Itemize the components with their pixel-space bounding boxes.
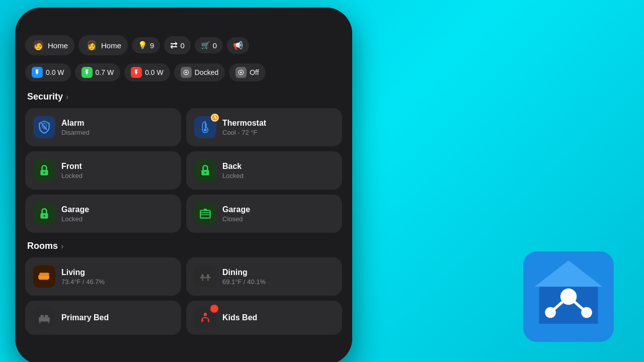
svg-point-5 [204, 129, 206, 131]
front-lock-title: Front [61, 162, 83, 171]
nav-network[interactable]: ⇄ 0 [164, 36, 190, 54]
alarm-subtitle: Disarmed [61, 129, 90, 136]
security-chevron-icon: › [66, 93, 68, 102]
status-item-s2[interactable]: 0.7 W [75, 63, 121, 81]
phone-screen: 🧑 Home 👩 Home 💡 9 ⇄ 0 🛒 0 [15, 8, 352, 362]
nav-user2[interactable]: 👩 Home [78, 35, 128, 55]
status-icon-s2 [82, 67, 93, 78]
svg-point-29 [204, 313, 207, 316]
svg-point-11 [204, 172, 206, 173]
nav-lights[interactable]: 💡 9 [132, 37, 160, 53]
svg-point-13 [43, 215, 45, 217]
garage-lock-subtitle: Locked [61, 215, 89, 223]
kids-bed-title: Kids Bed [222, 313, 257, 322]
svg-point-1 [185, 71, 187, 73]
status-item-s1[interactable]: 0.0 W [25, 63, 71, 81]
nav-user2-label: Home [101, 41, 121, 50]
status-item-s3[interactable]: 0.0 W [124, 63, 170, 81]
living-room-subtitle: 73.4°F / 46.7% [61, 278, 105, 286]
svg-rect-24 [39, 317, 50, 322]
front-lock-subtitle: Locked [61, 172, 83, 179]
garage-door-tile[interactable]: Garage Closed [186, 195, 342, 233]
status-row: 0.0 W 0.7 W 0.0 W [25, 63, 342, 81]
alert-icon: 📢 [233, 41, 243, 50]
svg-rect-20 [201, 275, 203, 277]
back-lock-icon [194, 159, 216, 182]
garage-door-subtitle: Closed [222, 215, 250, 223]
thermostat-tile-icon [194, 116, 216, 138]
status-value-s5: Off [250, 68, 259, 76]
rooms-chevron-icon: › [61, 242, 63, 251]
rooms-section-header[interactable]: Rooms › [25, 241, 342, 251]
garage-door-title: Garage [222, 205, 250, 214]
thermostat-badge [211, 114, 219, 122]
back-lock-subtitle: Locked [222, 172, 244, 179]
alarm-tile-text: Alarm Disarmed [61, 119, 90, 136]
kids-bed-badge [210, 305, 218, 313]
thermostat-subtitle: Cool - 72 °F [222, 129, 266, 136]
cart-count: 0 [213, 41, 217, 50]
svg-rect-17 [204, 209, 207, 210]
network-count: 0 [180, 41, 184, 50]
status-icon-s1 [32, 67, 43, 78]
phone-container: 🧑 Home 👩 Home 💡 9 ⇄ 0 🛒 0 [15, 8, 352, 362]
status-item-s5[interactable]: Off [229, 63, 265, 81]
kids-bed-icon [194, 307, 216, 329]
status-value-s1: 0.0 W [46, 68, 64, 76]
back-lock-tile[interactable]: Back Locked [186, 151, 342, 190]
svg-rect-19 [200, 277, 211, 278]
living-room-tile[interactable]: Living 73.4°F / 46.7% [25, 257, 181, 296]
nav-user1[interactable]: 🧑 Home [25, 35, 74, 55]
primary-bed-tile[interactable]: Primary Bed [25, 301, 181, 335]
thermostat-tile-text: Thermostat Cool - 72 °F [222, 119, 266, 136]
dining-room-tile[interactable]: Dining 69.1°F / 40.1% [186, 257, 342, 296]
thermostat-tile[interactable]: Thermostat Cool - 72 °F [186, 108, 342, 146]
rooms-tiles-grid: Living 73.4°F / 46.7% [25, 257, 342, 335]
status-icon-s3 [131, 67, 142, 78]
living-room-icon [33, 265, 55, 288]
security-section-header[interactable]: Security › [25, 92, 342, 102]
avatar-user1: 🧑 [32, 39, 45, 52]
phone-content: 🧑 Home 👩 Home 💡 9 ⇄ 0 🛒 0 [15, 8, 352, 362]
ha-logo [523, 251, 614, 342]
garage-lock-text: Garage Locked [61, 205, 89, 223]
avatar-user2: 👩 [85, 39, 98, 52]
svg-point-9 [43, 172, 45, 173]
nav-cart[interactable]: 🛒 0 [195, 37, 223, 53]
primary-bed-title: Primary Bed [61, 313, 109, 322]
lights-count: 9 [150, 41, 154, 50]
front-lock-tile[interactable]: Front Locked [25, 151, 181, 190]
primary-bed-icon [33, 307, 55, 329]
svg-rect-14 [200, 211, 210, 218]
front-lock-icon [33, 159, 55, 182]
primary-bed-text: Primary Bed [61, 313, 109, 322]
garage-door-icon [194, 203, 216, 225]
status-item-s4[interactable]: Docked [174, 63, 225, 81]
garage-lock-title: Garage [61, 205, 89, 214]
lights-icon: 💡 [138, 41, 147, 50]
living-room-title: Living [61, 268, 105, 277]
security-tiles-grid: Alarm Disarmed [25, 108, 342, 233]
svg-rect-21 [207, 275, 209, 277]
status-icon-s4 [181, 67, 192, 78]
svg-rect-25 [40, 315, 44, 317]
living-room-text: Living 73.4°F / 46.7% [61, 268, 105, 286]
thermostat-title: Thermostat [222, 119, 266, 128]
network-icon: ⇄ [170, 40, 178, 51]
kids-bed-tile[interactable]: Kids Bed [186, 301, 342, 335]
status-icon-s5 [235, 67, 247, 78]
back-lock-text: Back Locked [222, 162, 244, 179]
nav-alert[interactable]: 📢 [227, 37, 249, 54]
svg-rect-18 [39, 276, 49, 279]
garage-lock-tile[interactable]: Garage Locked [25, 195, 181, 233]
alarm-tile[interactable]: Alarm Disarmed [25, 108, 181, 146]
status-value-s3: 0.0 W [145, 68, 164, 76]
dining-room-text: Dining 69.1°F / 40.1% [222, 268, 266, 286]
svg-point-3 [240, 71, 242, 73]
rooms-label: Rooms [27, 241, 58, 251]
status-value-s4: Docked [195, 68, 218, 76]
alarm-title: Alarm [61, 119, 90, 128]
nav-user1-label: Home [48, 41, 68, 50]
cart-icon: 🛒 [201, 41, 210, 50]
alarm-tile-icon [33, 116, 55, 138]
